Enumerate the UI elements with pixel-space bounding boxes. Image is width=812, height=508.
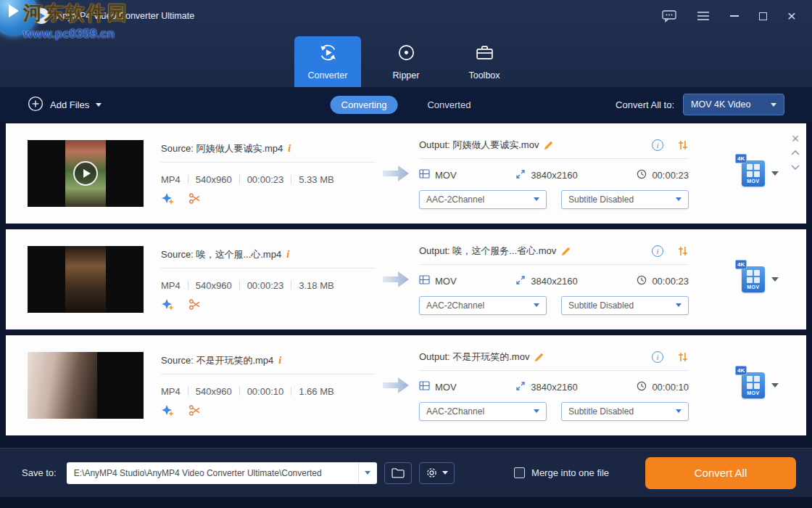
tab-ripper[interactable]: Ripper (373, 36, 439, 87)
source-filename: Source: 唉，这个服...心.mp4 (161, 248, 281, 261)
divider (419, 264, 689, 265)
merge-into-one-file[interactable]: Merge into one file (514, 467, 609, 478)
menu-icon[interactable] (697, 9, 710, 23)
save-path-value: E:\AnyMP4 Studio\AnyMP4 Video Converter … (67, 468, 358, 478)
source-filename: Source: 不是开玩笑的.mp4 (161, 354, 273, 367)
row-actions: × (791, 134, 800, 173)
minimize-button[interactable] (730, 9, 739, 23)
profile-settings-icon[interactable] (677, 139, 689, 151)
add-files-label: Add Files (50, 99, 89, 110)
divider (161, 268, 376, 269)
tab-converting[interactable]: Converting (331, 96, 398, 114)
tab-converter[interactable]: Converter (294, 36, 361, 87)
source-meta: MP4540x96000:00:235.33 MB (161, 174, 376, 185)
source-info-icon[interactable]: i (288, 143, 291, 155)
tab-toolbox[interactable]: Toolbox (451, 36, 518, 87)
settings-button[interactable] (419, 462, 455, 484)
mov-file-icon: MOV (742, 160, 765, 187)
convert-all-to-select[interactable]: MOV 4K Video (683, 94, 784, 115)
subtitle-select[interactable]: Subtitle Disabled (561, 296, 689, 315)
source-filename: Source: 阿姨做人要诚实.mp4 (161, 142, 283, 155)
add-files-caret-icon (96, 103, 102, 107)
video-thumbnail[interactable] (28, 352, 144, 419)
move-down-icon[interactable] (791, 160, 800, 173)
select-caret-icon (365, 471, 370, 475)
move-up-icon[interactable] (791, 145, 800, 158)
edit-effects-icon[interactable] (161, 404, 174, 417)
format-grid-icon (419, 275, 430, 287)
output-filename: Output: 阿姨做人要诚实.mov (419, 139, 539, 152)
output-format-badge[interactable]: 4K MOV (741, 160, 766, 187)
cut-icon[interactable] (188, 404, 201, 417)
tab-converted[interactable]: Converted (416, 96, 481, 114)
browse-folder-button[interactable] (384, 462, 412, 484)
output-column: Output: 唉，这个服务...省心.mov i MOV 3840x2160 … (419, 245, 689, 315)
divider (419, 370, 689, 371)
audio-track-select[interactable]: AAC-2Channel (419, 402, 547, 421)
merge-checkbox[interactable] (514, 467, 525, 478)
converter-icon (318, 43, 338, 65)
source-column: Source: 不是开玩笑的.mp4 i MP4540x96000:00:101… (161, 354, 376, 417)
format-badge-caret-icon[interactable] (771, 171, 779, 176)
add-files-button[interactable]: Add Files (28, 96, 102, 114)
main-nav: Converter Ripper (294, 36, 518, 87)
app-title: AnyMP4 Video Converter Ultimate (57, 11, 194, 21)
cut-icon[interactable] (188, 192, 201, 205)
rename-icon[interactable] (561, 246, 571, 256)
ripper-icon (397, 43, 416, 65)
app-window: 河东软件园 www.pc0359.cn AnyMP4 Video Convert… (0, 0, 812, 508)
subtitle-select[interactable]: Subtitle Disabled (561, 402, 689, 421)
source-info-icon[interactable]: i (278, 355, 281, 366)
remove-file-icon[interactable]: × (792, 134, 800, 144)
divider (161, 374, 376, 374)
subtitle-select[interactable]: Subtitle Disabled (561, 190, 689, 209)
convert-all-to-label: Convert All to: (616, 99, 674, 110)
output-filename: Output: 不是开玩笑的.mov (419, 351, 529, 364)
select-caret-icon (534, 197, 539, 201)
convert-all-button[interactable]: Convert All (645, 457, 796, 489)
merge-label: Merge into one file (531, 467, 609, 478)
resolution-icon (515, 169, 526, 181)
output-column: Output: 阿姨做人要诚实.mov i MOV 3840x2160 00:0… (419, 139, 689, 209)
format-badge-caret-icon[interactable] (771, 277, 779, 282)
tab-label: Converter (308, 70, 348, 81)
rename-icon[interactable] (544, 140, 554, 150)
divider (161, 162, 376, 163)
video-thumbnail[interactable] (28, 246, 144, 313)
profile-settings-icon[interactable] (677, 245, 689, 257)
feedback-icon[interactable] (662, 9, 676, 23)
save-path-input[interactable]: E:\AnyMP4 Studio\AnyMP4 Video Converter … (67, 462, 377, 484)
output-info-icon[interactable]: i (652, 351, 663, 363)
select-caret-icon (771, 103, 776, 107)
video-thumbnail[interactable] (28, 140, 144, 207)
play-icon[interactable] (73, 161, 98, 186)
output-format-badge[interactable]: 4K MOV (741, 266, 766, 292)
edit-effects-icon[interactable] (161, 192, 174, 205)
gear-icon (426, 467, 438, 479)
output-format-badge[interactable]: 4K MOV (741, 372, 766, 398)
close-button[interactable]: × (787, 9, 796, 23)
file-row: Source: 唉，这个服...心.mp4 i MP4540x96000:00:… (6, 229, 806, 329)
rename-icon[interactable] (534, 352, 544, 362)
select-caret-icon (676, 303, 682, 307)
output-info-icon[interactable]: i (652, 139, 663, 151)
profile-settings-icon[interactable] (677, 351, 689, 363)
audio-track-select[interactable]: AAC-2Channel (419, 296, 547, 315)
resolution-icon (515, 381, 526, 393)
format-badge-caret-icon[interactable] (771, 383, 779, 388)
output-filename: Output: 唉，这个服务...省心.mov (419, 245, 556, 258)
output-info-icon[interactable]: i (652, 245, 663, 257)
maximize-button[interactable] (759, 9, 767, 23)
source-info-icon[interactable]: i (286, 249, 289, 261)
arrow-right-icon (381, 376, 410, 395)
mov-file-icon: MOV (742, 266, 765, 292)
cut-icon[interactable] (188, 298, 201, 311)
output-format-line: MOV 3840x2160 00:00:23 (419, 169, 689, 181)
format-grid-icon (419, 381, 430, 393)
audio-track-select[interactable]: AAC-2Channel (419, 190, 547, 209)
save-path-dropdown[interactable] (358, 462, 377, 484)
output-column: Output: 不是开玩笑的.mov i MOV 3840x2160 00:00… (419, 351, 689, 421)
edit-effects-icon[interactable] (161, 298, 174, 311)
file-list: Source: 阿姨做人要诚实.mp4 i MP4540x96000:00:23… (0, 122, 812, 448)
convert-all-to-value: MOV 4K Video (691, 99, 750, 110)
